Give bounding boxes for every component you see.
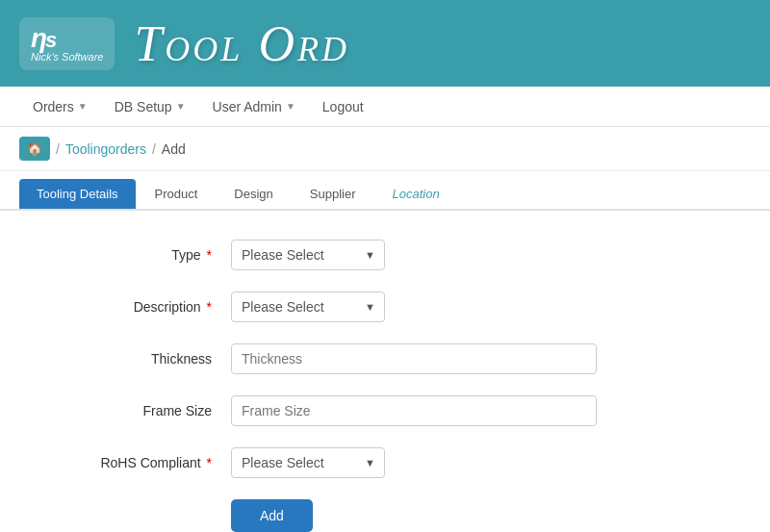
field-thickness-row: Thickness: [38, 343, 732, 374]
app-title: Tool Ord: [134, 15, 348, 72]
description-select[interactable]: Please Select: [231, 291, 385, 322]
breadcrumb-home-icon[interactable]: 🏠: [19, 137, 50, 161]
required-marker: *: [203, 299, 212, 315]
tabs-area: Tooling Details Product Design Supplier …: [0, 171, 770, 211]
field-rohs-control: Please Select: [231, 447, 597, 478]
field-rohs-row: RoHS Compliant * Please Select: [38, 447, 732, 478]
required-marker: *: [203, 455, 212, 470]
framesize-input[interactable]: [231, 395, 597, 426]
tab-product[interactable]: Product: [138, 179, 216, 209]
form-content: Type * Please Select Description * Pleas…: [0, 211, 770, 532]
add-button[interactable]: Add: [231, 499, 313, 532]
field-thickness-control: [231, 343, 597, 374]
field-type-row: Type * Please Select: [38, 240, 732, 270]
tab-design[interactable]: Design: [217, 179, 290, 209]
nav-orders[interactable]: Orders ▼: [19, 89, 101, 124]
breadcrumb-sep: /: [56, 141, 60, 157]
tab-supplier[interactable]: Supplier: [293, 179, 373, 209]
tab-location[interactable]: Location: [375, 179, 457, 209]
rohs-select-wrapper: Please Select: [231, 447, 385, 478]
field-framesize-label: Frame Size: [38, 403, 231, 418]
header: ηs Nick's Software Tool Ord: [0, 0, 770, 87]
type-select-wrapper: Please Select: [231, 240, 385, 270]
tab-tooling-details[interactable]: Tooling Details: [19, 179, 136, 209]
chevron-down-icon: ▼: [78, 101, 88, 112]
navbar: Orders ▼ DB Setup ▼ User Admin ▼ Logout: [0, 87, 770, 127]
field-framesize-row: Frame Size: [38, 395, 732, 426]
description-select-wrapper: Please Select: [231, 291, 385, 322]
rohs-select[interactable]: Please Select: [231, 447, 385, 478]
field-description-label: Description *: [38, 299, 231, 315]
field-rohs-label: RoHS Compliant *: [38, 455, 231, 470]
chevron-down-icon: ▼: [176, 101, 186, 112]
type-select[interactable]: Please Select: [231, 240, 385, 270]
nav-db-setup[interactable]: DB Setup ▼: [101, 89, 199, 124]
logo-ns: ηs Nick's Software: [19, 17, 115, 70]
field-framesize-control: [231, 395, 597, 426]
submit-row: Add: [38, 499, 732, 532]
breadcrumb-link[interactable]: Toolingorders: [65, 141, 146, 157]
breadcrumb-sep2: /: [152, 141, 156, 157]
breadcrumb-current: Add: [162, 141, 186, 157]
logo-area: ηs Nick's Software Tool Ord: [19, 15, 349, 72]
field-description-control: Please Select: [231, 291, 597, 322]
field-description-row: Description * Please Select: [38, 291, 732, 322]
chevron-down-icon: ▼: [286, 101, 295, 112]
field-thickness-label: Thickness: [38, 351, 231, 367]
required-marker: *: [203, 247, 212, 263]
breadcrumb: 🏠 / Toolingorders / Add: [0, 127, 770, 171]
thickness-input[interactable]: [231, 343, 597, 374]
nav-user-admin[interactable]: User Admin ▼: [199, 89, 309, 124]
nav-logout[interactable]: Logout: [309, 89, 377, 124]
field-type-control: Please Select: [231, 240, 597, 270]
logo-subtitle: Nick's Software: [31, 52, 103, 63]
field-type-label: Type *: [38, 247, 231, 263]
